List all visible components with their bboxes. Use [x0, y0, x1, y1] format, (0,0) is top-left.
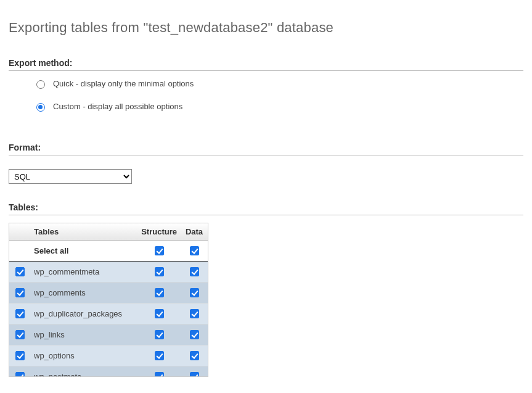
row-data-checkbox[interactable]	[190, 309, 199, 318]
row-select-checkbox[interactable]	[15, 288, 25, 297]
select-all-structure-checkbox[interactable]	[155, 246, 164, 255]
row-data-checkbox[interactable]	[190, 288, 199, 297]
row-select-checkbox[interactable]	[15, 267, 25, 276]
row-data-checkbox[interactable]	[190, 330, 199, 339]
export-method-group: Quick - display only the minimal options…	[9, 78, 523, 139]
export-method-custom-label[interactable]: Custom - display all possible options	[53, 102, 182, 111]
row-structure-checkbox[interactable]	[155, 288, 164, 297]
row-select-checkbox[interactable]	[15, 372, 25, 376]
table-row: wp_links	[9, 325, 208, 345]
row-table-name[interactable]: wp_commentmeta	[30, 262, 137, 283]
export-method-custom-radio[interactable]	[36, 103, 45, 112]
tables-header-tables: Tables	[30, 223, 137, 241]
row-data-checkbox[interactable]	[190, 372, 199, 376]
row-data-checkbox[interactable]	[190, 351, 199, 360]
table-row: wp_options	[9, 345, 208, 366]
export-method-quick-radio[interactable]	[36, 80, 45, 89]
format-select[interactable]: SQL	[9, 169, 132, 184]
export-method-quick-label[interactable]: Quick - display only the minimal options	[53, 79, 194, 88]
select-all-data-checkbox[interactable]	[190, 246, 199, 255]
export-method-label: Export method:	[9, 58, 523, 71]
page-title: Exporting tables from "test_newdatabase2…	[9, 20, 523, 36]
tables-header-structure: Structure	[137, 223, 181, 241]
row-structure-checkbox[interactable]	[155, 351, 164, 360]
row-table-name[interactable]: wp_duplicator_packages	[30, 304, 137, 325]
row-table-name[interactable]: wp_comments	[30, 283, 137, 304]
table-row: wp_comments	[9, 283, 208, 304]
format-label: Format:	[9, 143, 523, 155]
tables-header-data: Data	[181, 223, 208, 241]
row-table-name[interactable]: wp_postmeta	[30, 366, 137, 377]
table-row: wp_duplicator_packages	[9, 304, 208, 325]
row-structure-checkbox[interactable]	[155, 372, 164, 376]
table-row: wp_commentmeta	[9, 262, 208, 283]
tables-label: Tables:	[9, 202, 523, 215]
tables-panel: Tables Structure Data Select all wp_comm…	[9, 223, 208, 377]
row-select-checkbox[interactable]	[15, 309, 25, 318]
row-structure-checkbox[interactable]	[155, 309, 164, 318]
row-select-checkbox[interactable]	[15, 330, 25, 339]
tables-header-blank	[9, 223, 30, 241]
select-all-label[interactable]: Select all	[30, 241, 137, 262]
table-row: wp_postmeta	[9, 366, 208, 377]
select-all-row: Select all	[9, 241, 208, 262]
row-table-name[interactable]: wp_links	[30, 325, 137, 345]
row-select-checkbox[interactable]	[15, 351, 25, 360]
row-structure-checkbox[interactable]	[155, 267, 164, 276]
tables-scroll[interactable]: Tables Structure Data Select all wp_comm…	[9, 223, 208, 376]
row-table-name[interactable]: wp_options	[30, 345, 137, 366]
row-data-checkbox[interactable]	[190, 267, 199, 276]
row-structure-checkbox[interactable]	[155, 330, 164, 339]
tables-table: Tables Structure Data Select all wp_comm…	[9, 223, 208, 376]
